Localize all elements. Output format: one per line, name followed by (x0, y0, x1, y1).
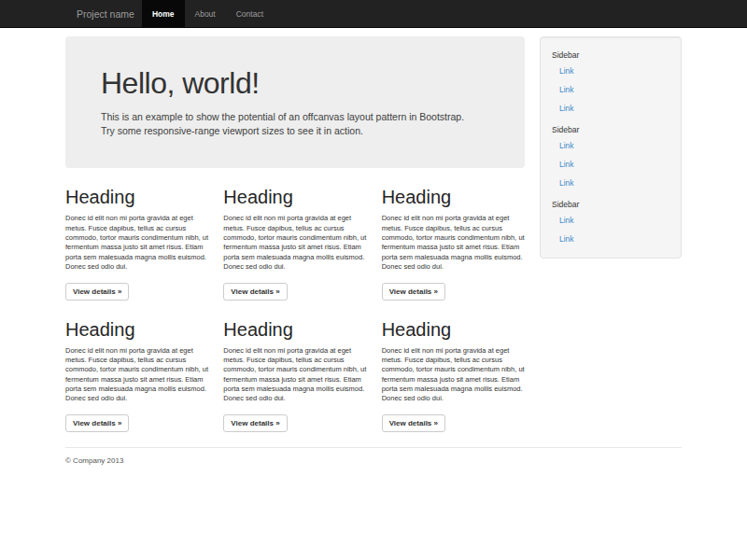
card-text: Donec id elit non mi porta gravida at eg… (382, 214, 525, 272)
sidebar-link[interactable]: Link (541, 211, 681, 230)
navbar-nav: Home About Contact (142, 0, 274, 27)
card-text: Donec id elit non mi porta gravida at eg… (223, 346, 366, 404)
content-card-6: Heading Donec id elit non mi porta gravi… (382, 301, 525, 432)
card-text: Donec id elit non mi porta gravida at eg… (382, 346, 525, 404)
navbar: Project name Home About Contact (0, 0, 747, 28)
content-card-3: Heading Donec id elit non mi porta gravi… (382, 168, 525, 300)
sidebar-link[interactable]: Link (541, 155, 681, 174)
jumbotron-subtitle: This is an example to show the potential… (101, 110, 472, 138)
sidebar-group-3: Sidebar Link Link (541, 192, 681, 248)
nav-item-about[interactable]: About (185, 0, 226, 27)
nav-item-home[interactable]: Home (142, 0, 185, 27)
sidebar: Sidebar Link Link Link Sidebar Link Link… (540, 36, 682, 259)
sidebar-link[interactable]: Link (541, 80, 681, 99)
sidebar-group-title: Sidebar (541, 43, 681, 62)
copyright-text: © Company 2013 (65, 456, 682, 465)
card-text: Donec id elit non mi porta gravida at eg… (65, 214, 208, 272)
layout-row: Hello, world! This is an example to show… (65, 28, 682, 432)
view-details-button[interactable]: View details » (223, 414, 287, 432)
card-text: Donec id elit non mi porta gravida at eg… (223, 214, 366, 272)
content-row-1: Heading Donec id elit non mi porta gravi… (65, 168, 525, 300)
card-heading: Heading (223, 319, 366, 341)
jumbotron: Hello, world! This is an example to show… (65, 36, 525, 168)
sidebar-link[interactable]: Link (541, 230, 681, 248)
view-details-button[interactable]: View details » (382, 414, 445, 432)
sidebar-group-2: Sidebar Link Link Link (541, 118, 681, 192)
navbar-brand[interactable]: Project name (65, 0, 142, 27)
footer: © Company 2013 (65, 447, 682, 502)
nav-item-contact[interactable]: Contact (226, 0, 274, 27)
view-details-button[interactable]: View details » (382, 283, 445, 301)
sidebar-link[interactable]: Link (541, 99, 681, 118)
card-text: Donec id elit non mi porta gravida at eg… (65, 346, 208, 404)
view-details-button[interactable]: View details » (65, 283, 129, 301)
sidebar-group-title: Sidebar (541, 192, 681, 211)
page-title: Hello, world! (101, 66, 489, 101)
main-column: Hello, world! This is an example to show… (65, 28, 525, 432)
content-card-4: Heading Donec id elit non mi porta gravi… (65, 301, 208, 432)
sidebar-link[interactable]: Link (541, 174, 681, 192)
navbar-inner: Project name Home About Contact (65, 0, 682, 27)
content-card-2: Heading Donec id elit non mi porta gravi… (223, 168, 366, 300)
content-card-5: Heading Donec id elit non mi porta gravi… (223, 301, 366, 432)
sidebar-group-1: Sidebar Link Link Link (541, 43, 681, 118)
content-row-2: Heading Donec id elit non mi porta gravi… (65, 301, 525, 432)
card-heading: Heading (223, 187, 366, 208)
card-heading: Heading (382, 187, 525, 208)
card-heading: Heading (382, 319, 525, 341)
sidebar-group-title: Sidebar (541, 118, 681, 136)
content-card-1: Heading Donec id elit non mi porta gravi… (65, 168, 208, 300)
page-container: Hello, world! This is an example to show… (65, 28, 682, 502)
card-heading: Heading (65, 319, 208, 341)
view-details-button[interactable]: View details » (223, 283, 287, 301)
sidebar-link[interactable]: Link (541, 62, 681, 80)
view-details-button[interactable]: View details » (65, 414, 129, 432)
card-heading: Heading (65, 187, 208, 208)
sidebar-link[interactable]: Link (541, 136, 681, 155)
